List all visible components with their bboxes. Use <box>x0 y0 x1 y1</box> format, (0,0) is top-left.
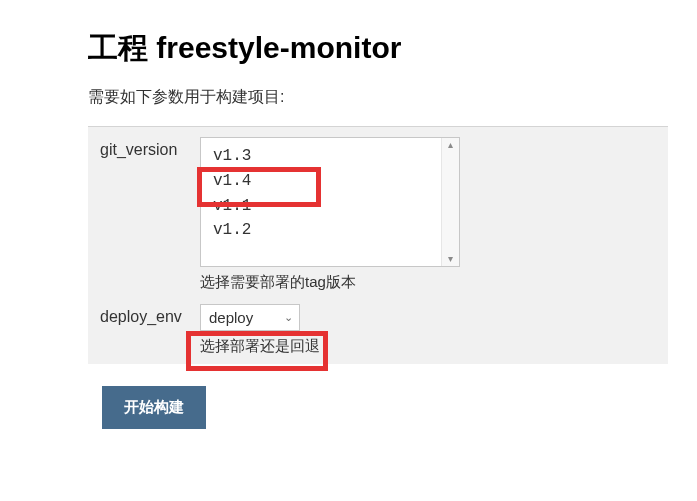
list-item[interactable]: v1.3 <box>213 144 441 169</box>
select-value: deploy <box>209 309 253 326</box>
git-version-label: git_version <box>100 137 200 159</box>
deploy-env-label: deploy_env <box>100 304 200 326</box>
scrollbar[interactable]: ▴ ▾ <box>441 138 459 266</box>
param-row-deploy-env: deploy_env deploy ⌄ 选择部署还是回退 <box>100 304 656 356</box>
scroll-up-icon[interactable]: ▴ <box>448 140 453 150</box>
build-button[interactable]: 开始构建 <box>102 386 206 429</box>
scroll-down-icon[interactable]: ▾ <box>448 254 453 264</box>
page-subtitle: 需要如下参数用于构建项目: <box>88 87 697 108</box>
git-version-listbox[interactable]: v1.3 v1.4 v1.1 v1.2 ▴ ▾ <box>200 137 460 267</box>
page-title: 工程 freestyle-monitor <box>88 28 697 69</box>
list-item[interactable]: v1.1 <box>213 194 441 219</box>
list-item[interactable]: v1.4 <box>213 169 441 194</box>
deploy-env-select[interactable]: deploy ⌄ <box>200 304 300 331</box>
list-item[interactable]: v1.2 <box>213 218 441 243</box>
param-row-git-version: git_version v1.3 v1.4 v1.1 v1.2 ▴ ▾ 选择需要… <box>100 137 656 292</box>
deploy-env-helper: 选择部署还是回退 <box>200 337 320 356</box>
chevron-down-icon: ⌄ <box>284 311 293 324</box>
git-version-helper: 选择需要部署的tag版本 <box>200 273 460 292</box>
git-version-options: v1.3 v1.4 v1.1 v1.2 <box>201 138 441 266</box>
parameters-panel: git_version v1.3 v1.4 v1.1 v1.2 ▴ ▾ 选择需要… <box>88 126 668 364</box>
